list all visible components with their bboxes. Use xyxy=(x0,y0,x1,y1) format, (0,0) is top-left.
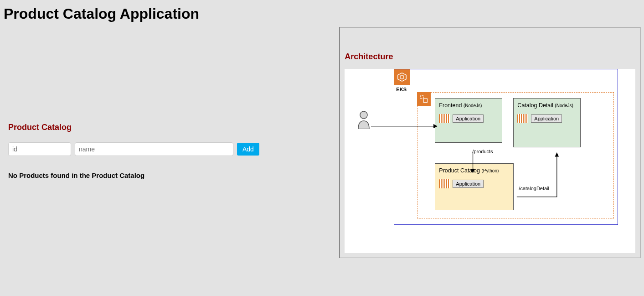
edge-label-products: /products xyxy=(472,149,493,154)
user-icon xyxy=(357,111,370,129)
service-frontend-title: Frontend (NodeJs) xyxy=(439,102,498,109)
eks-icon xyxy=(394,69,410,85)
architecture-diagram: EKS Frontend xyxy=(345,69,635,253)
application-badge: Application xyxy=(531,114,562,123)
container-icon xyxy=(439,114,450,123)
service-catalog-detail-title: Catalog Detail (NodeJs) xyxy=(517,102,577,109)
eks-cluster-box: EKS Frontend xyxy=(394,69,618,225)
service-product-catalog-title: Product Catalog (Python) xyxy=(439,167,510,174)
service-product-catalog: Product Catalog (Python) Application xyxy=(435,163,514,210)
edge-label-catalog-detail: /catalogDetail xyxy=(519,186,549,191)
service-catalog-detail: Catalog Detail (NodeJs) Application xyxy=(513,98,581,147)
application-badge: Application xyxy=(453,114,484,123)
eks-label: EKS xyxy=(396,87,407,92)
svg-point-0 xyxy=(360,111,367,119)
catalog-section-title: Product Catalog xyxy=(8,123,335,132)
page-title: Product Catalog Application xyxy=(4,5,640,22)
architecture-panel: Architecture xyxy=(340,27,640,258)
svg-rect-3 xyxy=(421,96,424,99)
container-icon xyxy=(439,179,450,188)
container-icon xyxy=(517,114,528,123)
svg-marker-1 xyxy=(398,73,406,81)
namespace-icon xyxy=(417,92,431,106)
svg-rect-4 xyxy=(424,99,428,102)
catalog-form-panel: Product Catalog Add No Products found in… xyxy=(4,27,340,184)
id-input[interactable] xyxy=(8,142,71,156)
name-input[interactable] xyxy=(75,142,233,156)
add-button[interactable]: Add xyxy=(237,143,259,156)
empty-catalog-message: No Products found in the Product Catalog xyxy=(8,171,335,179)
service-frontend: Frontend (NodeJs) Application xyxy=(435,98,502,143)
application-badge: Application xyxy=(453,180,484,188)
svg-point-2 xyxy=(400,75,404,79)
namespace-box: Frontend (NodeJs) Application Catal xyxy=(417,92,614,218)
architecture-title: Architecture xyxy=(345,52,635,62)
